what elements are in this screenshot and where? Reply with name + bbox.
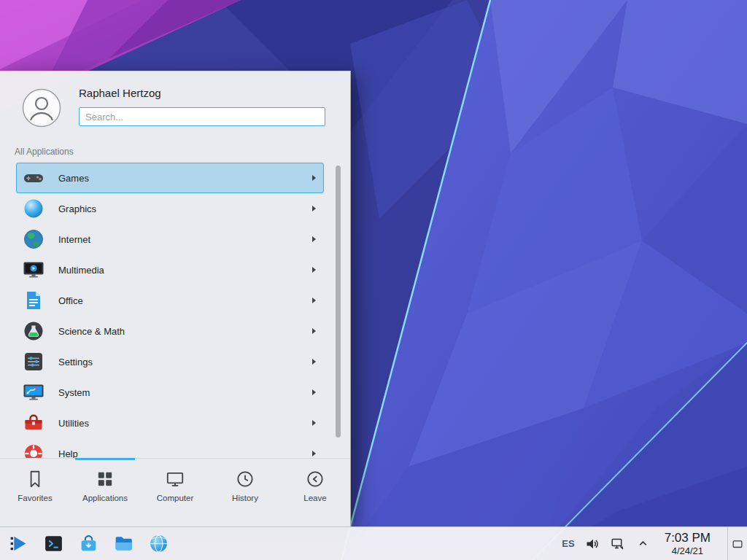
app-category-label: Help	[58, 448, 78, 459]
submenu-arrow-icon	[312, 359, 316, 365]
tab-history[interactable]: History	[210, 459, 280, 527]
app-category-label: Science & Math	[58, 326, 125, 337]
leave-exit-icon	[305, 469, 325, 489]
submenu-arrow-icon	[312, 389, 316, 395]
app-category-label: Settings	[58, 357, 93, 368]
tab-label: Computer	[157, 494, 194, 502]
clock-time: 7:03 PM	[665, 531, 711, 545]
expand-tray-icon[interactable]	[635, 536, 651, 552]
app-category-graphics[interactable]: Graphics	[16, 193, 324, 224]
submenu-arrow-icon	[312, 175, 316, 181]
app-category-list: Games Graphics	[0, 163, 350, 459]
tab-favorites[interactable]: Favorites	[0, 459, 70, 527]
app-category-label: Graphics	[58, 203, 96, 214]
app-category-label: Multimedia	[58, 265, 104, 276]
history-clock-icon	[235, 469, 255, 489]
taskbar-launchers	[0, 532, 170, 556]
submenu-arrow-icon	[312, 451, 316, 456]
app-category-label: Office	[58, 295, 83, 306]
taskbar: ES 7:03 PM 4/24/21	[0, 526, 747, 560]
app-category-system[interactable]: System	[16, 377, 324, 408]
graphics-icon	[22, 197, 45, 220]
app-category-label: Games	[58, 173, 89, 184]
submenu-arrow-icon	[312, 298, 316, 303]
file-manager-icon[interactable]	[112, 532, 135, 556]
app-category-settings[interactable]: Settings	[16, 346, 324, 377]
tab-leave[interactable]: Leave	[280, 459, 350, 527]
user-avatar[interactable]	[22, 88, 61, 128]
tab-label: Applications	[82, 494, 128, 502]
submenu-arrow-icon	[312, 236, 316, 242]
system-icon	[22, 381, 45, 404]
app-category-multimedia[interactable]: Multimedia	[16, 254, 324, 285]
tab-label: Leave	[303, 494, 326, 502]
app-category-utilities[interactable]: Utilities	[16, 408, 324, 438]
submenu-arrow-icon	[312, 267, 316, 273]
section-label: All Applications	[15, 147, 74, 157]
app-category-internet[interactable]: Internet	[16, 224, 324, 254]
volume-icon[interactable]	[584, 536, 600, 552]
tab-label: History	[232, 494, 258, 502]
app-category-help[interactable]: Help	[16, 438, 324, 459]
science-icon	[22, 319, 45, 343]
settings-icon	[22, 350, 45, 373]
app-category-label: System	[58, 387, 90, 398]
kickoff-launcher-icon[interactable]	[7, 532, 30, 556]
app-category-science-math[interactable]: Science & Math	[16, 316, 324, 346]
discover-icon[interactable]	[77, 532, 100, 556]
computer-monitor-icon	[165, 469, 185, 489]
network-icon[interactable]	[610, 536, 626, 552]
show-desktop-button[interactable]	[727, 527, 747, 560]
desktop: Raphael Hertzog All Applications Games	[0, 0, 747, 560]
app-category-games[interactable]: Games	[16, 163, 324, 193]
application-launcher: Raphael Hertzog All Applications Games	[0, 71, 351, 527]
clock-date: 4/24/21	[665, 545, 711, 556]
submenu-arrow-icon	[312, 206, 316, 211]
tab-computer[interactable]: Computer	[140, 459, 210, 527]
app-category-office[interactable]: Office	[16, 285, 324, 316]
app-category-label: Internet	[58, 234, 90, 245]
list-scrollbar[interactable]	[336, 166, 341, 438]
system-tray: ES 7:03 PM 4/24/21	[562, 527, 747, 560]
favorites-bookmark-icon	[25, 469, 45, 489]
office-icon	[22, 289, 45, 312]
launcher-tab-strip: Favorites Applications	[0, 458, 350, 527]
konsole-icon[interactable]	[42, 532, 65, 556]
help-icon	[22, 442, 45, 459]
applications-grid-icon	[95, 469, 115, 489]
user-name: Raphael Hertzog	[79, 87, 161, 99]
internet-icon	[22, 228, 45, 251]
utilities-icon	[22, 411, 45, 435]
submenu-arrow-icon	[312, 328, 316, 334]
games-icon	[22, 166, 45, 190]
web-browser-icon[interactable]	[147, 532, 170, 556]
tab-label: Favorites	[18, 494, 52, 502]
digital-clock[interactable]: 7:03 PM 4/24/21	[665, 531, 711, 556]
search-input[interactable]	[79, 107, 325, 126]
submenu-arrow-icon	[312, 420, 316, 426]
keyboard-layout-indicator[interactable]: ES	[562, 538, 574, 549]
multimedia-icon	[22, 258, 45, 281]
show-desktop-icon	[731, 537, 744, 551]
tab-applications[interactable]: Applications	[70, 459, 140, 527]
app-category-label: Utilities	[58, 418, 89, 429]
